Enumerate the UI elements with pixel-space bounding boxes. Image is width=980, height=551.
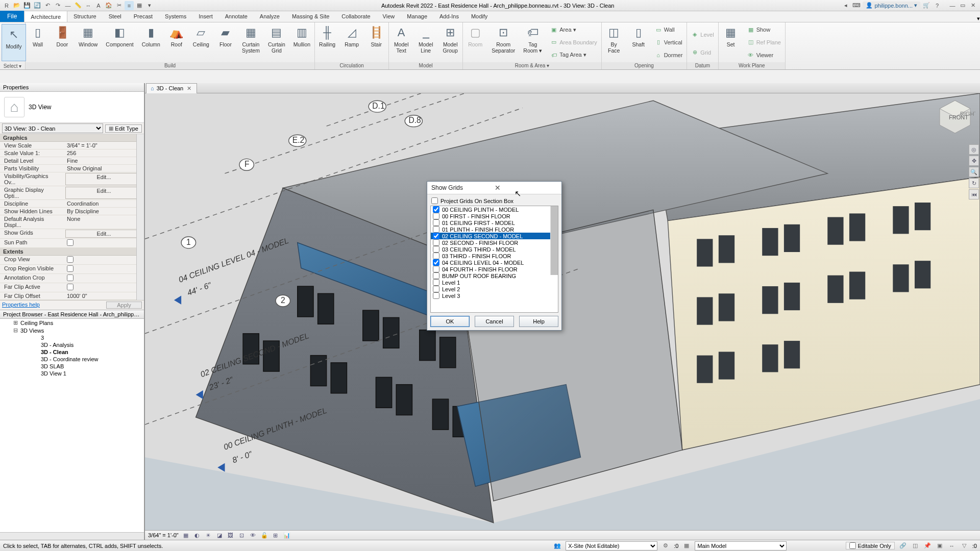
tab-manage[interactable]: Manage <box>401 11 433 22</box>
grid-item-checkbox[interactable] <box>433 246 439 253</box>
pb-item-3d-slab[interactable]: 3D SLAB <box>0 363 144 370</box>
row-detail-level[interactable]: Detail LevelFine <box>0 157 144 165</box>
grid-item-checkbox[interactable] <box>433 226 439 233</box>
view-scale-label[interactable]: 3/64" = 1'-0" <box>148 532 179 538</box>
tab-precast[interactable]: Precast <box>128 11 159 22</box>
design-options-icon[interactable]: ⚙ <box>662 542 670 550</box>
roof-button[interactable]: ⛺Roof <box>164 22 189 62</box>
help-icon[interactable]: ? <box>933 1 942 10</box>
user-chip[interactable]: 👤 philippe.bonn... ▾ <box>863 2 920 9</box>
pan-icon[interactable]: ✥ <box>969 156 979 166</box>
close-tab-icon[interactable]: ✕ <box>186 85 192 92</box>
tab-insert[interactable]: Insert <box>192 11 219 22</box>
phase-select[interactable]: Main Model <box>695 541 787 550</box>
extents-category[interactable]: Extents <box>0 248 144 256</box>
analytical-icon[interactable]: 📊 <box>283 531 291 539</box>
close-button[interactable]: ✕ <box>968 1 978 10</box>
project-grids-checkbox-row[interactable]: Project Grids On Section Box <box>431 197 558 204</box>
tab-systems[interactable]: Systems <box>159 11 192 22</box>
row-sun-path[interactable]: Sun Path <box>0 239 144 248</box>
tag-area-button[interactable]: 🏷Tag Area ▾ <box>549 51 598 59</box>
room-separator-button[interactable]: ⊡Room Separator <box>487 22 519 62</box>
sync-icon[interactable]: 🔄 <box>33 1 42 10</box>
properties-scrollbar[interactable] <box>136 134 144 300</box>
align-icon[interactable]: ↔ <box>84 1 93 10</box>
visual-style-icon[interactable]: ◐ <box>193 531 201 539</box>
edit-type-button[interactable]: Edit Type <box>105 124 142 133</box>
grid-item-checkbox[interactable] <box>433 206 439 213</box>
grid-item[interactable]: 03 CEILING THIRD - MODEL <box>431 246 558 253</box>
stair-button[interactable]: 🪜Stair <box>364 22 388 62</box>
restore-button[interactable]: ▭ <box>958 1 968 10</box>
grid-item[interactable]: 02 CEILING SECOND - MODEL <box>431 233 558 239</box>
tab-massing-site[interactable]: Massing & Site <box>286 11 335 22</box>
keyboard-icon[interactable]: ⌨ <box>852 1 861 10</box>
row-parts-visibility[interactable]: Parts VisibilityShow Original <box>0 165 144 172</box>
grid-item[interactable]: 00 CEILING PLINTH - MODEL <box>431 206 558 213</box>
tab-architecture[interactable]: Architecture <box>24 11 67 22</box>
apply-button[interactable]: Apply <box>106 302 142 309</box>
floor-button[interactable]: ▰Floor <box>213 22 238 62</box>
row-discipline[interactable]: DisciplineCoordination <box>0 200 144 208</box>
ramp-button[interactable]: ◿Ramp <box>339 22 364 62</box>
properties-help-link[interactable]: Properties help <box>2 302 103 309</box>
3d-icon[interactable]: 🏠 <box>104 1 113 10</box>
grid-item-checkbox[interactable] <box>433 253 439 259</box>
measure-icon[interactable]: 📏 <box>74 1 83 10</box>
tab-collaborate[interactable]: Collaborate <box>335 11 376 22</box>
shaft-button[interactable]: ▯Shaft <box>626 22 651 62</box>
row-scale-value[interactable]: Scale Value 1:256 <box>0 149 144 157</box>
pb-item-ceiling-plans[interactable]: ⊞Ceiling Plans <box>0 319 144 327</box>
grid-list[interactable]: 00 CEILING PLINTH - MODEL00 FIRST - FINI… <box>430 206 558 313</box>
save-icon[interactable]: 💾 <box>22 1 32 10</box>
crop-view-checkbox[interactable] <box>67 256 74 263</box>
dormer-button[interactable]: ⌂Dormer <box>654 51 684 59</box>
crop-visible-checkbox[interactable] <box>67 265 74 272</box>
row-crop-visible[interactable]: Crop Region Visible <box>0 265 144 274</box>
app-icon[interactable]: R <box>2 1 11 10</box>
grid-item-checkbox[interactable] <box>433 286 439 292</box>
view-cube[interactable]: FRONTRIGHT <box>935 96 975 137</box>
row-analysis-display[interactable]: Default Analysis Displ...None <box>0 215 144 229</box>
thin-lines-icon[interactable]: ≡ <box>125 1 134 10</box>
section-icon[interactable]: ✂ <box>114 1 124 10</box>
select-pinned-icon[interactable]: 📌 <box>923 542 932 550</box>
dialog-close-icon[interactable]: ✕ <box>493 184 558 192</box>
row-crop-view[interactable]: Crop View <box>0 256 144 265</box>
print-icon[interactable]: — <box>63 1 72 10</box>
filter-icon[interactable]: ▽ <box>960 542 968 550</box>
row-hidden-lines[interactable]: Show Hidden LinesBy Discipline <box>0 208 144 215</box>
cancel-button[interactable]: Cancel <box>475 316 514 327</box>
editable-only-toggle[interactable]: Editable Only <box>846 542 894 549</box>
tab-add-ins[interactable]: Add-Ins <box>433 11 465 22</box>
grid-item[interactable]: 00 FIRST - FINISH FLOOR <box>431 213 558 219</box>
reveal-icon[interactable]: 🔓 <box>260 531 268 539</box>
canvas[interactable]: 04 CEILING LEVEL 04 - MODEL 44' - 6" 02 … <box>145 93 980 530</box>
redo-icon[interactable]: ↷ <box>53 1 62 10</box>
wall-button[interactable]: ▯Wall <box>26 22 50 62</box>
ok-button[interactable]: OK <box>430 316 470 327</box>
window-button[interactable]: ▦Window <box>75 22 102 62</box>
undo-icon[interactable]: ↶ <box>43 1 52 10</box>
grid-item-checkbox[interactable] <box>433 279 439 286</box>
by-face-button[interactable]: ◫By Face <box>602 22 626 62</box>
tab-annotate[interactable]: Annotate <box>219 11 254 22</box>
ribbon-expand-icon[interactable]: ▾ <box>977 15 980 22</box>
show-button[interactable]: ▦Show <box>746 26 782 34</box>
tab-modify[interactable]: Modify <box>465 11 494 22</box>
tab-structure[interactable]: Structure <box>67 11 103 22</box>
pb-item-3[interactable]: 3 <box>0 334 144 341</box>
row-show-grids[interactable]: Show GridsEdit... <box>0 229 144 239</box>
row-graphic-display[interactable]: Graphic Display Opti...Edit... <box>0 186 144 200</box>
rendering-icon[interactable]: 🖼 <box>227 531 235 539</box>
info-icon[interactable]: ◂ <box>841 1 850 10</box>
grid-item-checkbox[interactable] <box>433 259 439 266</box>
tab-steel[interactable]: Steel <box>103 11 128 22</box>
grid-item[interactable]: 02 SECOND - FINISH FLOOR <box>431 239 558 246</box>
hide-isolate-icon[interactable]: 👁 <box>249 531 257 539</box>
file-tab[interactable]: File <box>0 11 24 22</box>
workset-icon[interactable]: 👥 <box>553 542 561 550</box>
text-icon[interactable]: A <box>94 1 103 10</box>
area-button[interactable]: ▣Area ▾ <box>549 26 598 34</box>
instance-selector[interactable]: 3D View: 3D - Clean <box>2 123 103 133</box>
